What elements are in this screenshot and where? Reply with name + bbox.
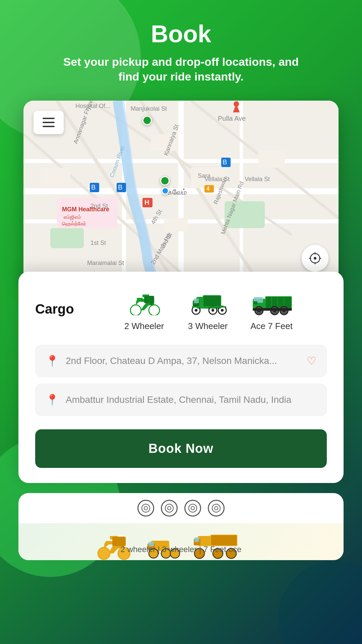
svg-text:Hospital Of...: Hospital Of... xyxy=(75,103,110,109)
svg-point-100 xyxy=(189,504,197,512)
svg-point-103 xyxy=(215,506,218,510)
svg-rect-116 xyxy=(194,537,199,542)
3wheeler-icon xyxy=(184,287,231,317)
header-subtitle: Set your pickup and drop-off locations, … xyxy=(60,54,302,84)
booking-card: Cargo xyxy=(18,272,344,483)
vehicle-selection-row: Cargo xyxy=(35,287,327,331)
svg-text:Maraimalai St: Maraimalai St xyxy=(87,260,124,266)
svg-point-75 xyxy=(195,309,197,312)
svg-point-63 xyxy=(149,305,160,315)
dropoff-pin-icon: 📍 xyxy=(46,393,59,406)
preview-vehicles-row: 2 wheeler | 3 wheeler | 7 Feet oce xyxy=(18,523,344,560)
3wheeler-label: 3 Wheeler xyxy=(188,321,228,331)
svg-text:B: B xyxy=(223,158,227,166)
svg-rect-85 xyxy=(266,297,291,308)
svg-text:கவேம்: கவேம் xyxy=(168,188,187,196)
pickup-input[interactable]: 📍 2nd Floor, Chateau D Ampa, 37, Nelson … xyxy=(35,345,327,377)
svg-text:ஹெல்த்கேர்: ஹெல்த்கேர் xyxy=(62,221,86,227)
svg-point-101 xyxy=(191,506,194,510)
svg-point-57 xyxy=(314,257,316,260)
preview-subtitle: 2 wheeler | 3 wheeler | 7 Feet oce xyxy=(18,542,344,557)
svg-rect-19 xyxy=(164,218,188,231)
svg-text:4: 4 xyxy=(206,186,209,192)
svg-text:1st St: 1st St xyxy=(90,239,106,246)
favorite-icon[interactable]: ♡ xyxy=(307,355,316,367)
preview-dot-1[interactable] xyxy=(137,500,154,517)
vehicle-option-2wheeler[interactable]: 2 Wheeler xyxy=(121,287,168,331)
svg-point-79 xyxy=(221,309,224,312)
cargo-label: Cargo xyxy=(35,302,75,317)
preview-dots-row xyxy=(18,493,344,523)
svg-text:MGM Healthcare: MGM Healthcare xyxy=(62,206,109,213)
location-inputs: 📍 2nd Floor, Chateau D Ampa, 37, Nelson … xyxy=(35,345,327,416)
svg-text:B: B xyxy=(118,183,122,191)
book-now-button[interactable]: Book Now xyxy=(35,429,327,468)
2wheeler-icon xyxy=(121,287,168,317)
svg-rect-71 xyxy=(194,299,199,303)
svg-point-98 xyxy=(165,504,173,512)
svg-text:Vellala St: Vellala St xyxy=(245,176,270,182)
dropoff-input[interactable]: 📍 Ambattur Industrial Estate, Chennai, T… xyxy=(35,384,327,416)
svg-rect-17 xyxy=(258,151,285,168)
svg-text:Manjukolai St: Manjukolai St xyxy=(131,105,167,112)
svg-text:எம்ஜிஎம்: எம்ஜிஎம் xyxy=(64,214,81,220)
svg-point-99 xyxy=(168,506,171,510)
map-menu-button[interactable] xyxy=(34,111,64,134)
preview-card: 2 wheeler | 3 wheeler | 7 Feet oce xyxy=(18,493,344,560)
svg-point-48 xyxy=(234,101,239,107)
vehicle-option-3wheeler[interactable]: 3 Wheeler xyxy=(184,287,231,331)
svg-text:Pulla Ave: Pulla Ave xyxy=(218,115,246,122)
svg-point-97 xyxy=(144,506,147,510)
pickup-pin-icon: 📍 xyxy=(46,355,59,367)
vehicle-option-ace7feet[interactable]: Ace 7 Feet xyxy=(248,287,295,331)
gps-button[interactable] xyxy=(302,245,328,272)
2wheeler-label: 2 Wheeler xyxy=(124,321,164,331)
ace7feet-icon xyxy=(248,287,295,317)
preview-dot-3[interactable] xyxy=(184,500,201,517)
svg-point-77 xyxy=(212,309,214,312)
svg-text:H: H xyxy=(144,199,149,206)
ace7feet-label: Ace 7 Feet xyxy=(250,321,293,331)
svg-rect-65 xyxy=(137,298,143,300)
dropoff-text: Ambattur Industrial Estate, Chennai, Tam… xyxy=(66,394,316,405)
map-container: Kannaiya St Vellala St Vellala St 2nd St… xyxy=(23,101,339,282)
svg-text:Sara: Sara xyxy=(198,172,211,179)
svg-rect-18 xyxy=(40,168,70,186)
hamburger-icon xyxy=(43,118,55,127)
svg-point-62 xyxy=(130,305,141,315)
vehicle-options: 2 Wheeler xyxy=(89,287,327,331)
pickup-text: 2nd Floor, Chateau D Ampa, 37, Nelson Ma… xyxy=(66,356,300,366)
svg-rect-95 xyxy=(253,308,292,311)
svg-point-96 xyxy=(142,504,150,512)
preview-dot-4[interactable] xyxy=(208,500,225,517)
preview-dot-2[interactable] xyxy=(161,500,178,517)
svg-rect-83 xyxy=(254,302,257,305)
svg-text:B: B xyxy=(91,183,96,191)
svg-point-102 xyxy=(212,504,220,512)
svg-rect-13 xyxy=(50,228,84,248)
page-title: Book xyxy=(151,20,211,48)
